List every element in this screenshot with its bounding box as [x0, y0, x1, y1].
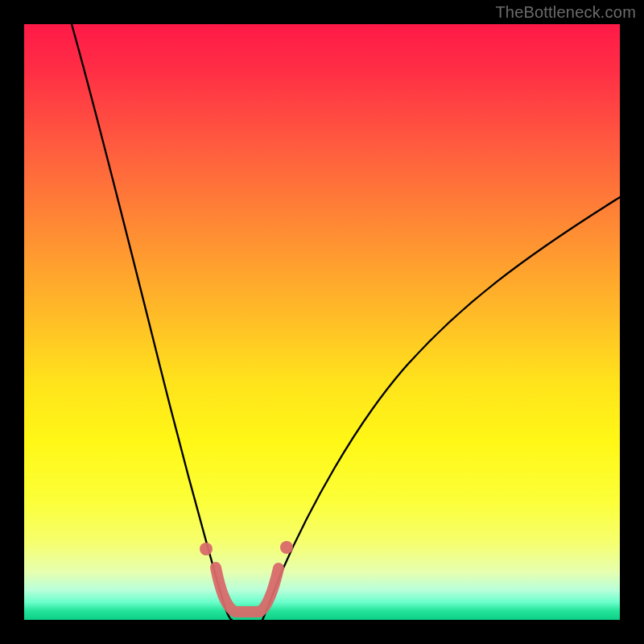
curve-right-branch	[262, 197, 620, 620]
curve-left-branch	[72, 24, 232, 620]
bottom-u-segment	[216, 568, 279, 612]
watermark-text: TheBottleneck.com	[495, 3, 636, 22]
left-marker-dot	[200, 543, 213, 555]
right-marker-dot	[280, 541, 293, 554]
plot-area	[24, 24, 620, 620]
bottleneck-curve-svg	[24, 24, 620, 620]
chart-frame: TheBottleneck.com	[0, 0, 644, 644]
